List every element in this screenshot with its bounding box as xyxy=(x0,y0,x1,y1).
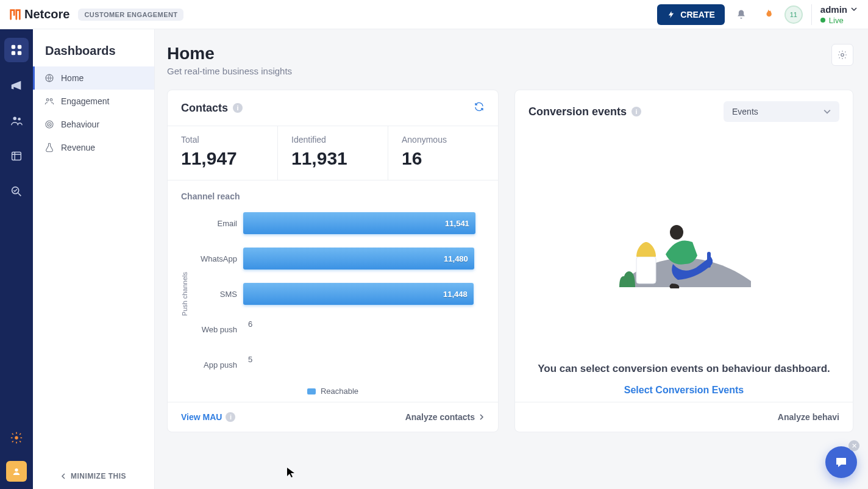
svg-rect-3 xyxy=(18,51,21,55)
analyze-contacts-link[interactable]: Analyze contacts xyxy=(405,412,485,422)
rail-campaigns[interactable] xyxy=(4,73,29,98)
sidebar-item-label: Behaviour xyxy=(61,120,99,129)
people-icon xyxy=(44,96,55,107)
conversion-empty-illustration xyxy=(515,133,853,362)
rail-profile[interactable] xyxy=(6,461,27,482)
page-settings-button[interactable] xyxy=(831,44,853,66)
bar-track: 11,480 xyxy=(243,248,485,269)
topbar: Netcore CUSTOMER ENGAGEMENT CREATE 11 ad… xyxy=(0,0,868,29)
svg-point-18 xyxy=(670,225,683,240)
brand-name: Netcore xyxy=(24,7,69,21)
bar-fill: 11,480 xyxy=(243,248,474,269)
refresh-icon xyxy=(474,101,485,112)
chat-icon xyxy=(834,455,848,469)
sidebar-title: Dashboards xyxy=(33,29,154,66)
netcore-logo-icon xyxy=(9,8,22,21)
svg-point-5 xyxy=(18,118,21,121)
page-subtitle: Get real-time business insights xyxy=(167,66,292,76)
bar-row: WhatsApp11,480 xyxy=(191,248,485,269)
bar-value: 11,480 xyxy=(444,254,468,263)
topbar-divider xyxy=(811,4,812,25)
events-select[interactable]: Events xyxy=(724,101,839,122)
stat-identified: Identified 11,931 xyxy=(277,126,388,180)
user-name: admin xyxy=(820,4,847,15)
bar-value: 11,541 xyxy=(445,219,469,228)
svg-point-8 xyxy=(15,436,18,440)
svg-rect-2 xyxy=(12,51,15,55)
minimize-sidebar[interactable]: MINIMIZE THIS xyxy=(33,472,154,480)
notifications-icon[interactable] xyxy=(731,4,752,25)
channel-reach-chart: Channel reach Push channels Email11,541W… xyxy=(168,180,498,402)
events-select-value: Events xyxy=(732,107,758,116)
bar-row: Email11,541 xyxy=(191,212,485,234)
legend-label: Reachable xyxy=(321,387,358,396)
brand-logo: Netcore xyxy=(9,7,69,21)
sidebar-item-engagement[interactable]: Engagement xyxy=(33,90,154,113)
lightning-icon xyxy=(667,10,675,19)
contacts-stats: Total 11,947 Identified 11,931 Anonymous… xyxy=(168,126,498,180)
rail-content[interactable] xyxy=(4,144,29,168)
svg-point-16 xyxy=(841,54,844,57)
bar-fill: 11,448 xyxy=(243,283,474,305)
refresh-button[interactable] xyxy=(474,101,485,115)
info-icon[interactable]: i xyxy=(233,103,243,113)
contacts-card-title: Contacts i xyxy=(181,102,243,115)
create-button[interactable]: CREATE xyxy=(657,4,725,25)
sidebar-item-behaviour[interactable]: Behaviour xyxy=(33,113,154,136)
chart-legend: Reachable xyxy=(181,387,485,396)
avatar-badge[interactable]: 11 xyxy=(784,5,803,24)
view-mau-link[interactable]: View MAU i xyxy=(181,412,235,422)
bar-track: 5 xyxy=(243,354,485,376)
nav-rail xyxy=(0,29,33,489)
user-menu[interactable]: admin Live xyxy=(820,4,859,25)
chevron-left-icon xyxy=(61,473,67,479)
svg-point-9 xyxy=(15,468,18,471)
bar-category: Web push xyxy=(191,325,243,334)
bar-track: 11,448 xyxy=(243,283,485,305)
bar-category: App push xyxy=(191,360,243,369)
bar-category: WhatsApp xyxy=(191,254,243,263)
svg-rect-17 xyxy=(636,257,656,284)
bar-row: Web push6 xyxy=(191,318,485,340)
svg-rect-0 xyxy=(12,45,15,49)
bar-value: 11,448 xyxy=(443,290,468,299)
rail-dashboards[interactable] xyxy=(4,38,29,62)
bar-track: 11,541 xyxy=(243,212,485,234)
main-content: Home Get real-time business insights Con… xyxy=(155,29,868,489)
analyze-behaviour-link[interactable]: Analyze behavi xyxy=(778,412,839,422)
product-chip: CUSTOMER ENGAGEMENT xyxy=(78,9,183,21)
sidebar-item-label: Revenue xyxy=(61,143,95,152)
legend-swatch-icon xyxy=(307,388,316,394)
stat-total: Total 11,947 xyxy=(168,126,277,180)
rail-analytics[interactable] xyxy=(4,179,29,204)
sidebar: Dashboards Home Engagement Behaviour Rev… xyxy=(33,29,155,489)
conversion-card-title: Conversion events i xyxy=(528,105,641,118)
svg-point-11 xyxy=(46,99,49,101)
sidebar-item-home[interactable]: Home xyxy=(33,66,154,90)
conversion-empty-message: You can select conversion events on beha… xyxy=(533,362,834,376)
globe-icon xyxy=(44,73,55,84)
stat-anonymous: Anonymous 16 xyxy=(388,126,498,180)
bar-category: Email xyxy=(191,219,243,228)
sidebar-item-revenue[interactable]: Revenue xyxy=(33,136,154,159)
rail-settings[interactable] xyxy=(4,426,29,450)
gear-icon xyxy=(837,49,848,60)
svg-point-4 xyxy=(13,117,17,121)
chat-close-button[interactable]: ✕ xyxy=(848,440,859,451)
flame-icon[interactable] xyxy=(758,4,778,25)
svg-rect-1 xyxy=(18,45,21,49)
info-icon[interactable]: i xyxy=(631,107,641,116)
chart-ylabel: Push channels xyxy=(181,272,188,316)
svg-point-12 xyxy=(50,99,52,101)
create-button-label: CREATE xyxy=(680,10,715,20)
svg-rect-6 xyxy=(12,152,21,160)
rail-audience[interactable] xyxy=(4,109,29,133)
select-conversion-events-link[interactable]: Select Conversion Events xyxy=(624,385,744,396)
bar-row: SMS11,448 xyxy=(191,283,485,305)
chart-title: Channel reach xyxy=(181,191,485,201)
bar-row: App push5 xyxy=(191,354,485,376)
contacts-card: Contacts i Total 11,947 Identified 11,93… xyxy=(167,90,499,432)
status-label: Live xyxy=(829,16,844,25)
conversion-card: Conversion events i Events xyxy=(514,90,853,432)
info-icon[interactable]: i xyxy=(226,412,235,422)
